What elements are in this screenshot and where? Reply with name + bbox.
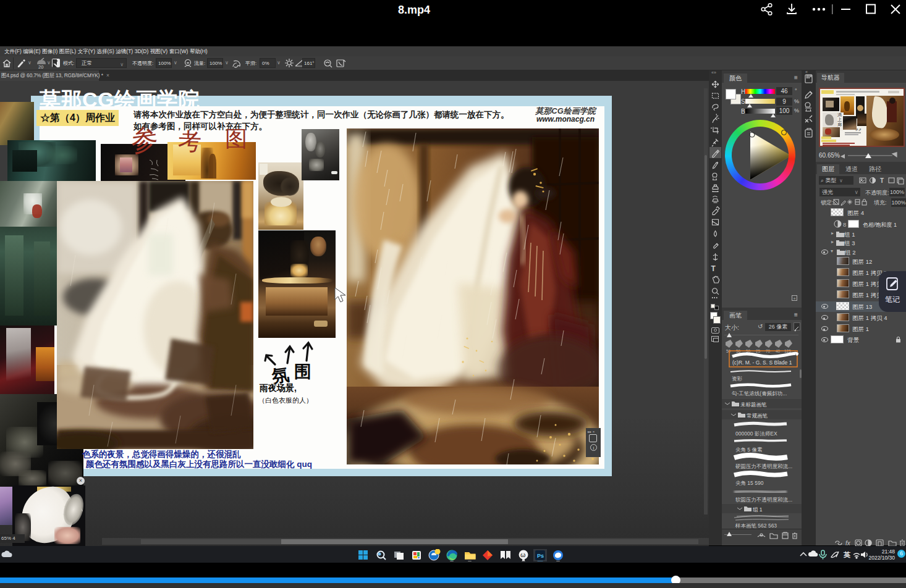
svg-text:(c)R. M. - G. S. S Blade 1: (c)R. M. - G. S. S Blade 1 xyxy=(732,359,792,366)
svg-text:尖角 5 像素: 尖角 5 像素 xyxy=(735,447,763,453)
svg-text:资彩: 资彩 xyxy=(732,376,743,382)
svg-text:常规画笔: 常规画笔 xyxy=(747,413,768,419)
svg-text:尖角 15 590: 尖角 15 590 xyxy=(735,480,764,486)
svg-text:Ps: Ps xyxy=(537,553,544,559)
svg-text:T: T xyxy=(880,177,884,184)
svg-text:组 1: 组 1 xyxy=(753,506,763,513)
svg-text:T: T xyxy=(711,264,716,273)
svg-text:软圆压力不透明度和流...: 软圆压力不透明度和流... xyxy=(735,497,792,503)
svg-text:勾-工笔浓线(青频斜功...: 勾-工笔浓线(青频斜功... xyxy=(732,390,787,397)
svg-text:硬圆压力不透明度和流...: 硬圆压力不透明度和流... xyxy=(735,463,792,469)
svg-text:样本画笔 562 563: 样本画笔 562 563 xyxy=(735,523,777,529)
svg-text:000000 影法师EX: 000000 影法师EX xyxy=(735,430,777,437)
svg-text:未标题画笔: 未标题画笔 xyxy=(740,401,767,408)
svg-text:英: 英 xyxy=(843,551,851,558)
svg-text:ω: ω xyxy=(520,552,526,558)
